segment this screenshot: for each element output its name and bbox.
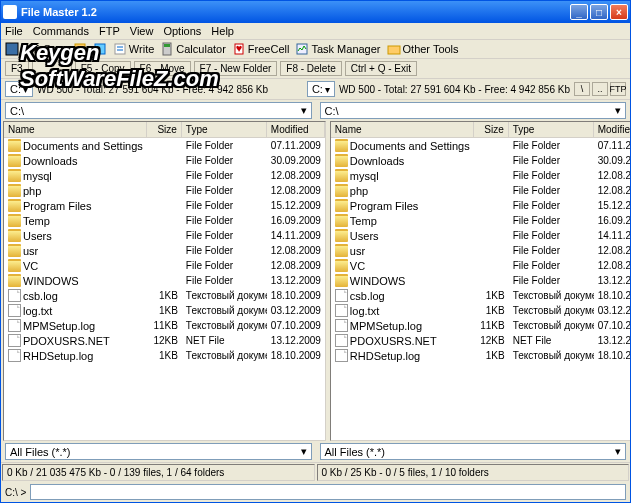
right-drive-info: WD 500 - Total: 27 591 604 Kb - Free: 4 …: [339, 84, 570, 95]
file-modified: 07.10.2009: [267, 319, 325, 332]
file-row[interactable]: VCFile Folder12.08.2009: [4, 258, 325, 273]
fn-f5[interactable]: F5 - Copy: [75, 61, 131, 76]
left-path[interactable]: C:\▾: [5, 102, 312, 119]
file-row[interactable]: RHDSetup.log1KBТекстовый документ18.10.2…: [331, 348, 630, 363]
file-row[interactable]: UsersFile Folder14.11.2009: [4, 228, 325, 243]
nav-ftp[interactable]: FTP: [610, 82, 626, 96]
file-row[interactable]: TempFile Folder16.09.2009: [4, 213, 325, 228]
col-name[interactable]: Name: [4, 122, 147, 137]
status-bar: 0 Kb / 21 035 475 Kb - 0 / 139 files, 1 …: [1, 462, 630, 482]
tool-winop[interactable]: Win Op...: [5, 42, 67, 56]
file-row[interactable]: DownloadsFile Folder30.09.2009: [4, 153, 325, 168]
fn-f6[interactable]: F6 - Move: [134, 61, 191, 76]
file-name: Downloads: [350, 155, 404, 167]
col-name[interactable]: Name: [331, 122, 474, 137]
menu-view[interactable]: View: [130, 25, 154, 37]
right-path[interactable]: C:\▾: [320, 102, 627, 119]
file-name: RHDSetup.log: [23, 350, 93, 362]
folder-icon: [335, 274, 348, 287]
right-file-list[interactable]: Documents and SettingsFile Folder07.11.2…: [331, 138, 630, 440]
file-row[interactable]: RHDSetup.log1KBТекстовый документ18.10.2…: [4, 348, 325, 363]
drive-bar: C: ▾ WD 500 - Total: 27 591 604 Kb - Fre…: [1, 79, 630, 100]
file-name: PDOXUSRS.NET: [350, 335, 437, 347]
menu-commands[interactable]: Commands: [33, 25, 89, 37]
file-row[interactable]: usrFile Folder12.08.2009: [331, 243, 630, 258]
file-row[interactable]: phpFile Folder12.08.2009: [331, 183, 630, 198]
file-row[interactable]: csb.log1KBТекстовый документ18.10.2009: [4, 288, 325, 303]
titlebar[interactable]: File Master 1.2 _ □ ×: [1, 1, 630, 23]
file-name: Documents and Settings: [23, 140, 143, 152]
file-size: 1KB: [474, 289, 509, 302]
file-row[interactable]: PDOXUSRS.NET12KBNET File13.12.2009: [331, 333, 630, 348]
file-name: Program Files: [350, 200, 418, 212]
fn-f8[interactable]: F8 - Delete: [280, 61, 341, 76]
file-row[interactable]: UsersFile Folder14.11.2009: [331, 228, 630, 243]
folder-icon: [335, 184, 348, 197]
menu-options[interactable]: Options: [163, 25, 201, 37]
menu-ftp[interactable]: FTP: [99, 25, 120, 37]
file-row[interactable]: TempFile Folder16.09.2009: [331, 213, 630, 228]
folder-icon: [335, 199, 348, 212]
col-modified[interactable]: Modified: [594, 122, 630, 137]
left-drive-select[interactable]: C: ▾: [5, 81, 33, 97]
file-row[interactable]: DownloadsFile Folder30.09.2009: [331, 153, 630, 168]
right-drive-select[interactable]: C: ▾: [307, 81, 335, 97]
file-row[interactable]: MPMSetup.log11KBТекстовый документ07.10.…: [4, 318, 325, 333]
maximize-button[interactable]: □: [590, 4, 608, 20]
cmd-input[interactable]: [30, 484, 626, 500]
tool-taskmgr[interactable]: Task Manager: [295, 42, 380, 56]
file-row[interactable]: Documents and SettingsFile Folder07.11.2…: [331, 138, 630, 153]
fn-f3[interactable]: F3: [5, 61, 29, 76]
file-row[interactable]: mysqlFile Folder12.08.2009: [4, 168, 325, 183]
file-type: File Folder: [182, 184, 267, 197]
nav-up[interactable]: ..: [592, 82, 608, 96]
file-row[interactable]: phpFile Folder12.08.2009: [4, 183, 325, 198]
file-row[interactable]: Program FilesFile Folder15.12.2009: [331, 198, 630, 213]
fn-hidden1[interactable]: [32, 61, 72, 76]
file-row[interactable]: WINDOWSFile Folder13.12.2009: [4, 273, 325, 288]
file-row[interactable]: VCFile Folder12.08.2009: [331, 258, 630, 273]
col-type[interactable]: Type: [182, 122, 267, 137]
file-size: [147, 220, 182, 222]
nav-root[interactable]: \: [574, 82, 590, 96]
tool-calculator[interactable]: Calculator: [160, 42, 226, 56]
col-modified[interactable]: Modified: [267, 122, 325, 137]
file-row[interactable]: Program FilesFile Folder15.12.2009: [4, 198, 325, 213]
file-row[interactable]: log.txt1KBТекстовый документ03.12.2009: [331, 303, 630, 318]
right-filter[interactable]: All Files (*.*)▾: [320, 443, 627, 460]
file-row[interactable]: log.txt1KBТекстовый документ03.12.2009: [4, 303, 325, 318]
left-filter[interactable]: All Files (*.*)▾: [5, 443, 312, 460]
folder-icon: [8, 154, 21, 167]
close-button[interactable]: ×: [610, 4, 628, 20]
file-row[interactable]: usrFile Folder12.08.2009: [4, 243, 325, 258]
folder-icon: [8, 199, 21, 212]
fn-exit[interactable]: Ctrl + Q - Exit: [345, 61, 417, 76]
file-modified: 12.08.2009: [594, 169, 630, 182]
file-row[interactable]: WINDOWSFile Folder13.12.2009: [331, 273, 630, 288]
file-row[interactable]: mysqlFile Folder12.08.2009: [331, 168, 630, 183]
file-icon: [8, 304, 21, 317]
left-file-list[interactable]: Documents and SettingsFile Folder07.11.2…: [4, 138, 325, 440]
tool-unknown2[interactable]: [93, 42, 107, 56]
file-row[interactable]: Documents and SettingsFile Folder07.11.2…: [4, 138, 325, 153]
tool-unknown1[interactable]: [73, 42, 87, 56]
file-row[interactable]: csb.log1KBТекстовый документ18.10.2009: [331, 288, 630, 303]
menu-help[interactable]: Help: [211, 25, 234, 37]
window-title: File Master 1.2: [21, 6, 570, 18]
file-modified: 03.12.2009: [594, 304, 630, 317]
col-type[interactable]: Type: [509, 122, 594, 137]
file-modified: 15.12.2009: [594, 199, 630, 212]
file-type: Текстовый документ: [509, 319, 594, 332]
tool-write[interactable]: Write: [113, 42, 154, 56]
col-size[interactable]: Size: [474, 122, 509, 137]
tool-othertools[interactable]: Other Tools: [387, 42, 459, 56]
tool-freecell[interactable]: ♥FreeCell: [232, 42, 290, 56]
col-size[interactable]: Size: [147, 122, 182, 137]
menu-file[interactable]: File: [5, 25, 23, 37]
file-row[interactable]: MPMSetup.log11KBТекстовый документ07.10.…: [331, 318, 630, 333]
folder-icon: [335, 229, 348, 242]
file-size: [474, 250, 509, 252]
fn-f7[interactable]: F7 - New Folder: [194, 61, 278, 76]
minimize-button[interactable]: _: [570, 4, 588, 20]
file-row[interactable]: PDOXUSRS.NET12KBNET File13.12.2009: [4, 333, 325, 348]
